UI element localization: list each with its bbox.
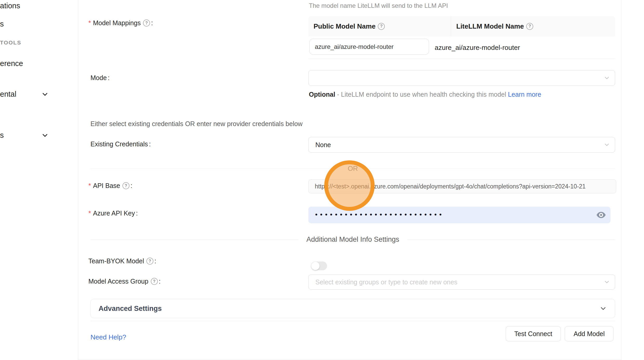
- azure-api-key-input[interactable]: ••••••••••••••••••••••••••: [308, 207, 610, 223]
- help-icon[interactable]: ?: [526, 23, 533, 30]
- litellm-model-name-value: azure_ai/azure-model-router: [435, 36, 520, 59]
- mode-help-text: Optional - LiteLLM endpoint to use when …: [309, 89, 555, 100]
- model-access-group-select[interactable]: Select existing groups or type to create…: [308, 274, 615, 290]
- public-model-name-header: Public Model Name ?: [308, 16, 451, 36]
- required-asterisk: *: [88, 210, 91, 217]
- sidebar: ations s TOOLS erence ental s: [0, 0, 78, 360]
- toggle-password-visibility-button[interactable]: [596, 211, 606, 219]
- advanced-settings-panel[interactable]: Advanced Settings: [90, 299, 615, 318]
- existing-credentials-value: None: [315, 141, 331, 149]
- divider-line: [365, 168, 615, 169]
- credentials-note: Either select existing credentials OR en…: [90, 120, 303, 128]
- model-access-group-placeholder: Select existing groups or type to create…: [315, 278, 457, 286]
- divider-line: [407, 239, 615, 240]
- sidebar-item-ental[interactable]: ental: [0, 90, 16, 99]
- chevron-down-icon: [603, 279, 610, 285]
- divider-line: [90, 239, 298, 240]
- need-help-link[interactable]: Need Help?: [90, 333, 126, 341]
- learn-more-link[interactable]: Learn more: [508, 91, 541, 98]
- azure-api-key-label: * Azure API Key :: [88, 210, 138, 217]
- sidebar-section-tools: TOOLS: [0, 40, 21, 46]
- chevron-down-icon: [603, 141, 610, 148]
- model-mappings-header: Public Model Name ? LiteLLM Model Name ?: [308, 16, 615, 36]
- test-connect-button[interactable]: Test Connect: [506, 326, 561, 341]
- sidebar-divider: [78, 0, 78, 360]
- or-divider-text: OR: [341, 165, 365, 173]
- api-base-input[interactable]: https://<test>.openai.azure.com/openai/d…: [308, 179, 616, 193]
- help-icon[interactable]: ?: [122, 182, 129, 189]
- sidebar-item-ations[interactable]: ations: [0, 2, 20, 10]
- help-icon[interactable]: ?: [151, 278, 158, 285]
- sidebar-item-s-1[interactable]: s: [0, 20, 4, 28]
- mode-select[interactable]: [308, 70, 615, 86]
- model-mappings-label: * Model Mappings ? :: [88, 19, 153, 27]
- divider-line: [90, 168, 341, 169]
- add-model-page: ations s TOOLS erence ental s The model …: [0, 0, 644, 360]
- sidebar-item-s-2[interactable]: s: [0, 131, 4, 140]
- help-icon[interactable]: ?: [378, 23, 385, 30]
- section-divider: [90, 321, 615, 321]
- add-model-button[interactable]: Add Model: [565, 326, 614, 341]
- model-mappings-row: azure_ai/azure-model-router: [308, 36, 615, 59]
- chevron-down-icon[interactable]: [41, 90, 49, 98]
- toggle-knob: [311, 262, 320, 270]
- masked-api-key: ••••••••••••••••••••••••••: [315, 211, 444, 218]
- or-divider: OR: [90, 164, 615, 173]
- sidebar-item-erence[interactable]: erence: [0, 59, 23, 68]
- litellm-model-name-header: LiteLLM Model Name ?: [451, 16, 615, 36]
- model-name-hint: The model name LiteLLM will send to the …: [309, 2, 448, 9]
- existing-credentials-label: Existing Credentials:: [90, 140, 151, 148]
- content-bottom-border: [78, 359, 621, 360]
- model-access-group-label: Model Access Group ? :: [88, 278, 161, 285]
- mode-label: Mode:: [90, 74, 110, 82]
- model-mappings-table: Public Model Name ? LiteLLM Model Name ?…: [308, 16, 615, 59]
- content-right-border: [621, 0, 622, 360]
- eye-icon: [596, 212, 606, 218]
- help-icon[interactable]: ?: [146, 258, 153, 265]
- advanced-settings-title: Advanced Settings: [99, 305, 162, 313]
- additional-settings-divider-text: Additional Model Info Settings: [298, 235, 407, 244]
- help-icon[interactable]: ?: [143, 19, 150, 27]
- required-asterisk: *: [88, 19, 91, 27]
- team-byok-label: Team-BYOK Model ? :: [88, 257, 156, 265]
- team-byok-toggle[interactable]: [311, 261, 327, 270]
- public-model-name-input[interactable]: [309, 39, 429, 55]
- additional-settings-divider: Additional Model Info Settings: [90, 234, 615, 244]
- chevron-down-icon: [603, 75, 610, 81]
- existing-credentials-select[interactable]: None: [308, 137, 615, 153]
- chevron-down-icon[interactable]: [41, 132, 49, 139]
- api-base-label: * API Base ? :: [88, 182, 132, 189]
- chevron-down-icon: [599, 305, 607, 312]
- required-asterisk: *: [88, 182, 91, 189]
